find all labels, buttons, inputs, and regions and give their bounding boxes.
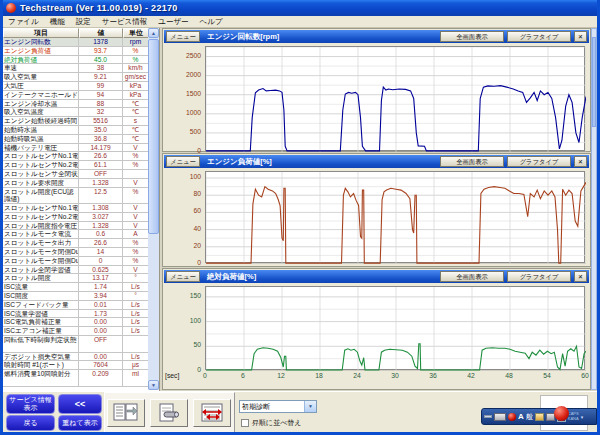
collapse-button[interactable]: <<	[58, 394, 102, 414]
table-row[interactable]: ISC流量学習値1.73L/s	[3, 310, 149, 319]
chart-title: 絶対負荷値[%]	[203, 272, 437, 282]
chart-menu-button[interactable]: メニュー	[166, 31, 200, 42]
y-tick-label: 1500	[163, 90, 201, 98]
table-row[interactable]: 補機バッテリ電圧14.179V	[3, 144, 149, 153]
scroll-down-icon[interactable]: ▼	[148, 380, 159, 390]
close-icon[interactable]: ✕	[574, 271, 587, 282]
table-row[interactable]: エンジン冷却水温88℃	[3, 100, 149, 109]
table-row[interactable]: 回転低下時制御判定状態OFF	[3, 336, 149, 353]
table-row[interactable]: エンジン回転数1378rpm	[3, 38, 149, 47]
parameter-value: 26.6	[79, 152, 123, 160]
swap-columns-button[interactable]	[193, 399, 231, 427]
keyboard-icon[interactable]	[494, 413, 506, 421]
fullscreen-button[interactable]: 全画面表示	[440, 271, 504, 282]
chevron-down-icon[interactable]: ▼	[304, 401, 316, 412]
menu-item[interactable]: 機能	[50, 17, 65, 27]
table-row[interactable]: 始動時水温35.0℃	[3, 126, 149, 135]
table-scrollbar[interactable]: ▲ ▼	[148, 28, 159, 390]
parameter-unit: V	[123, 266, 149, 274]
menu-item[interactable]: ファイル	[8, 17, 39, 27]
table-row[interactable]: ISC流量1.74L/s	[3, 283, 149, 292]
diagnosis-mode-select[interactable]: 初期診断 ▼	[239, 400, 317, 413]
table-row[interactable]: 大気圧99kPa	[3, 82, 149, 91]
report-view-button[interactable]	[150, 399, 188, 427]
back-button[interactable]: 戻る	[6, 415, 55, 431]
table-row[interactable]: デポジット損失空気量0.00L/s	[3, 353, 149, 362]
table-row[interactable]: ISC開度3.94°	[3, 292, 149, 301]
table-row[interactable]: 噴射時間 #1(ポート)7604μs	[3, 361, 149, 370]
list-view-button[interactable]	[107, 399, 145, 427]
table-row[interactable]: スロットルモータ開側Duty比0%	[3, 257, 149, 266]
table-row[interactable]: エンジン始動後経過時間5516s	[3, 117, 149, 126]
parameter-unit: km/h	[123, 64, 149, 72]
table-row[interactable]: スロットル要求開度1.328V	[3, 179, 149, 188]
chart-menu-button[interactable]: メニュー	[166, 156, 200, 167]
parameter-name: ISC電気負荷補正量	[3, 318, 79, 326]
column-header-value[interactable]: 値	[79, 28, 123, 38]
parameter-name: インテークマニホールド圧	[3, 91, 79, 99]
parameter-value: 5516	[79, 117, 123, 125]
table-row[interactable]: スロットルセンサNo.2電圧3.027V	[3, 213, 149, 222]
charts-scrollbar[interactable]	[591, 28, 597, 390]
table-row[interactable]: スロットル開度(ECU認識値)12.5%	[3, 188, 149, 205]
table-row[interactable]: ISC電気負荷補正量0.00L/s	[3, 318, 149, 327]
column-header-unit[interactable]: 単位	[123, 28, 149, 38]
parameter-name: スロットルセンサNo.1電圧	[3, 204, 79, 212]
sort-ascending-checkbox[interactable]	[241, 419, 249, 427]
table-row[interactable]: スロットルモータ閉側Duty比14%	[3, 248, 149, 257]
conversion-mode-general[interactable]: 般	[526, 412, 533, 422]
table-row[interactable]: ISCフィードバック量0.01L/s	[3, 301, 149, 310]
menu-item[interactable]: サービス情報	[102, 17, 148, 27]
table-row[interactable]: スロットルセンサNo.2電圧比61.1%	[3, 161, 149, 170]
options-chevron-icon[interactable]: ▾	[581, 414, 584, 420]
table-row[interactable]: スロットルセンサNo.1電圧1.308V	[3, 204, 149, 213]
chart-panel-1: メニューエンジン回転数[rpm]全画面表示グラフタイプ✕050010001500…	[162, 28, 591, 152]
table-row[interactable]: 始動時吸気温36.8℃	[3, 135, 149, 144]
table-row[interactable]: スロットルモータ出力26.6%	[3, 239, 149, 248]
table-row[interactable]: エンジン負荷値93.7%	[3, 47, 149, 56]
menu-item[interactable]: 設定	[76, 17, 91, 27]
table-row[interactable]: インテークマニホールド圧94kPa	[3, 91, 149, 100]
chart-menu-button[interactable]: メニュー	[166, 271, 200, 282]
data-list-panel: 項目 値 単位 エンジン回転数1378rpmエンジン負荷値93.7%絶対負荷値4…	[3, 28, 160, 391]
menu-item[interactable]: ヘルプ	[200, 17, 223, 27]
close-icon[interactable]: ✕	[574, 156, 587, 167]
table-row[interactable]: スロットル開度指令電圧1.328V	[3, 222, 149, 231]
table-row[interactable]: スロットルモータ電流0.6A	[3, 230, 149, 239]
parameter-name: 補機バッテリ電圧	[3, 144, 79, 152]
table-row[interactable]: 吸入空気温度32℃	[3, 108, 149, 117]
fullscreen-button[interactable]: 全画面表示	[440, 156, 504, 167]
table-row[interactable]: スロットルセンサ全閉状態OFF	[3, 170, 149, 179]
scroll-up-icon[interactable]: ▲	[148, 28, 159, 38]
service-info-button[interactable]: サービス情報表示	[6, 394, 55, 414]
ime-icon[interactable]	[508, 413, 516, 421]
parameter-name: 噴射時間 #1(ポート)	[3, 361, 79, 369]
minimize-icon[interactable]	[484, 415, 492, 418]
table-row[interactable]: 絶対負荷値45.0%	[3, 56, 149, 65]
overlay-display-button[interactable]: 重ねて表示	[58, 415, 102, 431]
graph-type-button[interactable]: グラフタイプ	[507, 271, 571, 282]
parameter-value: 3.94	[79, 292, 123, 300]
table-row[interactable]: 吸入空気量9.21gm/sec	[3, 73, 149, 82]
column-header-item[interactable]: 項目	[3, 28, 79, 38]
table-row[interactable]: ISCエアコン補正量0.00L/s	[3, 327, 149, 336]
parameter-name: 始動時水温	[3, 126, 79, 134]
table-row[interactable]: 燃料消費量10回噴射分0.209ml	[3, 370, 149, 387]
input-mode-alpha[interactable]: A	[518, 412, 524, 421]
scrollbar-thumb[interactable]	[148, 39, 159, 234]
table-row[interactable]: スロットル開度13.17°	[3, 274, 149, 283]
close-icon[interactable]: ✕	[574, 31, 587, 42]
graph-type-button[interactable]: グラフタイプ	[507, 31, 571, 42]
parameter-name: スロットル開度	[3, 274, 79, 282]
menu-item[interactable]: ユーザー	[158, 17, 188, 27]
parameter-value: 1.74	[79, 283, 123, 291]
table-row[interactable]: 車速38km/h	[3, 64, 149, 73]
fullscreen-button[interactable]: 全画面表示	[440, 31, 504, 42]
graph-type-button[interactable]: グラフタイプ	[507, 156, 571, 167]
parameter-unit: V	[123, 204, 149, 212]
scrollbar-thumb[interactable]	[592, 37, 596, 127]
parameter-value: 9.21	[79, 73, 123, 81]
table-row[interactable]: スロットル全閉学習値0.625V	[3, 266, 149, 275]
ime-pad-icon[interactable]	[535, 413, 544, 421]
table-row[interactable]: スロットルセンサNo.1電圧比26.6%	[3, 152, 149, 161]
